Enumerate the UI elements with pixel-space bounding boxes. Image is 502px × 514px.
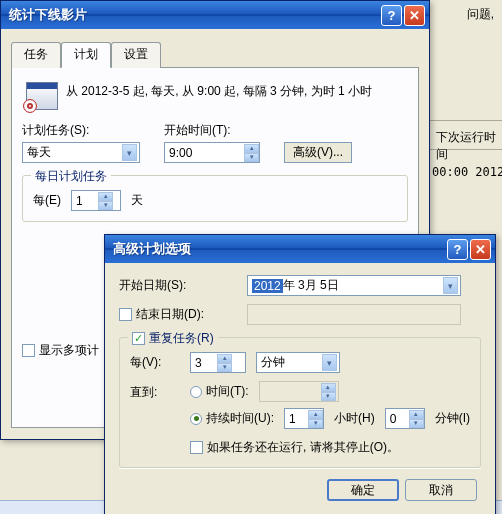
repeat-every-label: 每(V): bbox=[130, 354, 180, 371]
start-time-label: 开始时间(T): bbox=[164, 122, 260, 139]
start-date-rest: 年 3月 5日 bbox=[283, 277, 443, 294]
help-button[interactable]: ? bbox=[447, 239, 468, 260]
tab-settings[interactable]: 设置 bbox=[111, 42, 161, 68]
until-duration-radio[interactable]: 持续时间(U): bbox=[190, 410, 274, 427]
repeat-every-field[interactable]: 3 ▴▾ bbox=[190, 352, 246, 373]
end-date-checkbox[interactable]: 结束日期(D): bbox=[119, 306, 237, 323]
schedule-task-value: 每天 bbox=[27, 144, 122, 161]
chevron-down-icon: ▾ bbox=[122, 144, 137, 161]
schedule-task-label: 计划任务(S): bbox=[22, 122, 140, 139]
daily-group-legend: 每日计划任务 bbox=[31, 168, 111, 185]
help-button[interactable]: ? bbox=[381, 5, 402, 26]
advanced-button[interactable]: 高级(V)... bbox=[284, 142, 352, 163]
duration-mins-field[interactable]: 0 ▴▾ bbox=[385, 408, 425, 429]
start-time-field[interactable]: 9:00 ▴▾ bbox=[164, 142, 260, 163]
spin-arrows[interactable]: ▴▾ bbox=[244, 144, 259, 162]
bg-text: 问题, bbox=[467, 6, 494, 23]
main-title: 统计下线影片 bbox=[9, 6, 379, 24]
schedule-icon bbox=[26, 82, 58, 110]
tab-schedule[interactable]: 计划 bbox=[61, 42, 111, 68]
start-time-value: 9:00 bbox=[165, 146, 244, 160]
repeat-unit-dropdown[interactable]: 分钟 ▾ bbox=[256, 352, 340, 373]
repeat-group: ✓ 重复任务(R) 每(V): 3 ▴▾ 分钟 ▾ 直到: bbox=[119, 337, 481, 468]
daily-every-field[interactable]: 1 ▴▾ bbox=[71, 190, 121, 211]
close-button[interactable]: ✕ bbox=[470, 239, 491, 260]
tabs: 任务 计划 设置 bbox=[11, 41, 419, 68]
start-date-label: 开始日期(S): bbox=[119, 277, 237, 294]
chevron-down-icon: ▾ bbox=[322, 354, 337, 371]
schedule-summary-text: 从 2012-3-5 起, 每天, 从 9:00 起, 每隔 3 分钟, 为时 … bbox=[66, 82, 372, 110]
daily-every-unit: 天 bbox=[131, 192, 143, 209]
ok-button[interactable]: 确定 bbox=[327, 479, 399, 501]
chevron-down-icon: ▾ bbox=[443, 277, 458, 294]
advanced-dialog: 高级计划选项 ? ✕ 开始日期(S): 2012 年 3月 5日 ▾ 结束日期(… bbox=[104, 234, 496, 514]
cancel-button[interactable]: 取消 bbox=[405, 479, 477, 501]
daily-group: 每日计划任务 每(E) 1 ▴▾ 天 bbox=[22, 175, 408, 222]
daily-every-value: 1 bbox=[72, 194, 98, 208]
schedule-summary: 从 2012-3-5 起, 每天, 从 9:00 起, 每隔 3 分钟, 为时 … bbox=[22, 78, 408, 122]
checkbox-icon bbox=[22, 344, 35, 357]
mins-label: 分钟(I) bbox=[435, 410, 470, 427]
daily-every-label: 每(E) bbox=[33, 192, 61, 209]
end-date-label: 结束日期(D): bbox=[136, 306, 204, 323]
hours-label: 小时(H) bbox=[334, 410, 375, 427]
bg-col-header: 下次运行时间 bbox=[430, 120, 502, 150]
start-date-field[interactable]: 2012 年 3月 5日 ▾ bbox=[247, 275, 461, 296]
stop-if-running-checkbox[interactable]: 如果任务还在运行, 请将其停止(O)。 bbox=[190, 439, 399, 456]
until-label: 直到: bbox=[130, 381, 180, 401]
show-multiple-checkbox[interactable]: 显示多项计 bbox=[22, 342, 99, 359]
schedule-task-dropdown[interactable]: 每天 ▾ bbox=[22, 142, 140, 163]
duration-hours-field[interactable]: 1 ▴▾ bbox=[284, 408, 324, 429]
main-titlebar: 统计下线影片 ? ✕ bbox=[1, 1, 429, 29]
advanced-title: 高级计划选项 bbox=[113, 240, 445, 258]
until-time-radio[interactable]: 时间(T): bbox=[190, 383, 249, 400]
repeat-task-label: 重复任务(R) bbox=[149, 330, 214, 347]
end-date-field bbox=[247, 304, 461, 325]
start-date-year: 2012 bbox=[252, 279, 283, 293]
until-time-field: ▴▾ bbox=[259, 381, 339, 402]
bg-next-run: 00:00 2012-3-6 bbox=[432, 165, 502, 179]
tab-task[interactable]: 任务 bbox=[11, 42, 61, 68]
repeat-task-checkbox[interactable]: ✓ 重复任务(R) bbox=[132, 330, 214, 347]
show-multiple-label: 显示多项计 bbox=[39, 342, 99, 359]
close-button[interactable]: ✕ bbox=[404, 5, 425, 26]
